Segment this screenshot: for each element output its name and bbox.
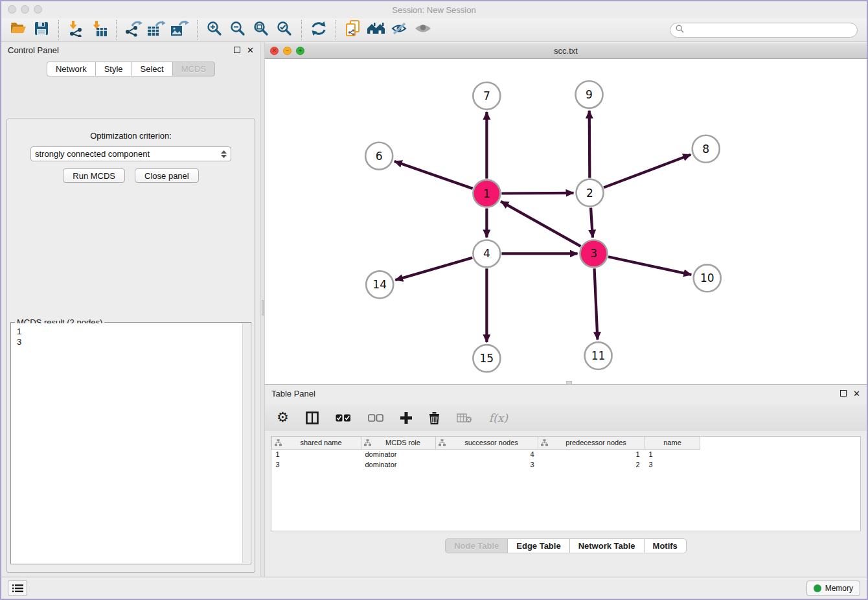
tab-motifs[interactable]: Motifs <box>644 538 687 553</box>
export-table-icon <box>147 20 166 40</box>
tab-network-table[interactable]: Network Table <box>569 538 644 553</box>
network-window-titlebar[interactable]: ✕ − + scc.txt <box>265 43 867 59</box>
close-panel-button[interactable]: Close panel <box>135 168 199 183</box>
export-network-button[interactable] <box>122 19 145 41</box>
zoom-out-button[interactable] <box>226 19 249 41</box>
close-window-button[interactable] <box>8 5 16 14</box>
task-history-button[interactable] <box>8 580 27 596</box>
cell-mcds-role[interactable]: dominator <box>361 459 436 470</box>
table-settings-button[interactable]: ⚙ <box>277 411 289 424</box>
graph-edge-2-9[interactable] <box>589 111 590 178</box>
result-scrollbar[interactable] <box>242 323 250 563</box>
hide-button[interactable] <box>388 19 411 41</box>
search-icon <box>676 24 684 36</box>
memory-status-icon <box>814 584 821 592</box>
vertical-splitter[interactable] <box>260 42 265 577</box>
float-panel-icon[interactable] <box>234 47 240 53</box>
zoom-out-icon <box>230 21 246 39</box>
graph-edge-1-2[interactable] <box>501 193 573 194</box>
horizontal-splitter-grip[interactable] <box>566 381 572 385</box>
function-builder-button[interactable]: f(x) <box>489 411 508 424</box>
split-columns-icon <box>306 411 319 424</box>
cell-predecessor-nodes[interactable]: 2 <box>538 459 645 470</box>
run-mcds-button[interactable]: Run MCDS <box>63 168 125 183</box>
tab-select[interactable]: Select <box>131 62 172 76</box>
tab-edge-table[interactable]: Edge Table <box>507 538 569 553</box>
open-session-button[interactable] <box>6 19 30 41</box>
delete-table-button[interactable] <box>457 413 472 423</box>
tab-style[interactable]: Style <box>95 62 131 76</box>
cell-name[interactable]: 1 <box>645 449 700 459</box>
column-header-mcds-role[interactable]: MCDS role <box>361 437 436 449</box>
criterion-dropdown[interactable]: strongly connected component <box>30 146 231 161</box>
deselect-all-button[interactable] <box>368 414 383 422</box>
network-minimize-button[interactable]: − <box>283 47 291 55</box>
export-table-button[interactable] <box>145 19 168 41</box>
graph-edge-3-11[interactable] <box>595 268 598 340</box>
graph-edge-3-1[interactable] <box>501 202 580 246</box>
cell-predecessor-nodes[interactable]: 1 <box>538 449 645 459</box>
graph-edge-2-3[interactable] <box>591 208 593 238</box>
network-maximize-button[interactable]: + <box>296 47 304 55</box>
tab-network[interactable]: Network <box>47 62 95 76</box>
copy-documents-icon <box>345 19 361 40</box>
eye-slash-icon <box>391 22 408 38</box>
search-input[interactable] <box>687 25 852 35</box>
table-row[interactable]: 1 dominator 4 1 1 <box>272 449 700 459</box>
network-canvas[interactable]: 7968124314101511 <box>265 59 867 384</box>
column-header-predecessor-nodes[interactable]: predecessor nodes <box>538 437 645 449</box>
toolbar-separator <box>58 20 59 40</box>
add-column-button[interactable] <box>400 412 412 424</box>
minimize-window-button[interactable] <box>21 5 29 14</box>
close-panel-icon[interactable]: ✕ <box>247 46 254 54</box>
table-row[interactable]: 3 dominator 3 2 3 <box>272 459 700 470</box>
memory-label: Memory <box>825 584 853 593</box>
float-table-panel-icon[interactable] <box>840 390 847 397</box>
column-header-name[interactable]: name <box>645 437 700 449</box>
cell-successor-nodes[interactable]: 4 <box>436 449 538 459</box>
search-field[interactable] <box>670 23 858 38</box>
column-header-successor-nodes[interactable]: successor nodes <box>436 437 538 449</box>
export-image-icon <box>170 20 190 40</box>
graph-edge-2-8[interactable] <box>604 155 691 188</box>
show-button[interactable] <box>411 19 435 41</box>
cell-shared-name[interactable]: 1 <box>272 449 361 459</box>
network-close-button[interactable]: ✕ <box>270 47 279 55</box>
home-button[interactable] <box>365 19 388 41</box>
cell-name[interactable]: 3 <box>645 459 700 470</box>
zoom-in-button[interactable] <box>203 19 226 41</box>
zoom-selected-button[interactable] <box>273 19 296 41</box>
graph-edge-4-14[interactable] <box>395 258 472 281</box>
trash-icon <box>429 411 440 424</box>
unchecked-boxes-icon <box>368 414 383 422</box>
refresh-button[interactable] <box>307 19 330 41</box>
clone-network-button[interactable] <box>341 19 365 41</box>
save-session-button[interactable] <box>30 19 53 41</box>
cell-mcds-role[interactable]: dominator <box>361 449 436 459</box>
mcds-result-list[interactable]: 1 3 <box>12 323 250 351</box>
node-table: shared name MCDS role successor nodes pr… <box>271 436 861 531</box>
import-table-button[interactable] <box>87 19 111 41</box>
zoom-fit-icon <box>253 21 269 39</box>
tree-icon <box>364 439 371 448</box>
close-table-panel-icon[interactable]: ✕ <box>853 389 860 398</box>
graph-edge-3-10[interactable] <box>608 257 691 275</box>
splitter-grip[interactable] <box>262 300 264 316</box>
cell-shared-name[interactable]: 3 <box>272 459 361 470</box>
graph-edge-1-6[interactable] <box>394 161 473 189</box>
toolbar-separator <box>301 20 302 40</box>
column-header-shared-name[interactable]: shared name <box>272 437 361 449</box>
maximize-window-button[interactable] <box>34 5 42 14</box>
tab-node-table[interactable]: Node Table <box>445 538 507 553</box>
delete-column-button[interactable] <box>429 411 440 424</box>
memory-button[interactable]: Memory <box>806 581 860 596</box>
cell-successor-nodes[interactable]: 3 <box>436 459 538 470</box>
table-panel: Table Panel ✕ ⚙ <box>265 386 867 577</box>
select-all-button[interactable] <box>336 414 351 422</box>
export-image-button[interactable] <box>168 19 192 41</box>
column-view-button[interactable] <box>306 411 319 424</box>
zoom-fit-button[interactable] <box>249 19 273 41</box>
tab-mcds[interactable]: MCDS <box>172 62 215 76</box>
import-network-button[interactable] <box>64 19 87 41</box>
network-graph[interactable]: 7968124314101511 <box>265 59 867 384</box>
